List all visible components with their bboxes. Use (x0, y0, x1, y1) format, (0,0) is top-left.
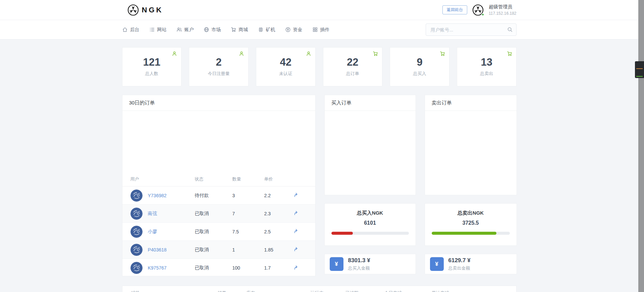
orders-chart-area (122, 111, 315, 172)
main-navbar: 后台 网站 账户 市场 商城 (0, 20, 638, 40)
sell-amount-value: 6129.7 ¥ (448, 257, 471, 264)
search-input[interactable] (426, 23, 517, 36)
table-row: P403618 已取消 1 1.85 (122, 241, 315, 259)
user-link[interactable]: 小廖 (148, 229, 157, 235)
sell-progress-track (432, 232, 510, 235)
list-icon (149, 27, 155, 32)
stat-card-total-sells: 13 总卖出 (457, 47, 517, 86)
plugin-icon (312, 27, 318, 32)
nav-item-backend[interactable]: 后台 (122, 27, 140, 33)
col-status: 状态 (195, 176, 232, 182)
buy-amount-label: 总买入金额 (348, 265, 370, 271)
scrollbar-track[interactable] (638, 0, 644, 292)
stat-card-today-registered: 2 今日注册量 (189, 47, 249, 86)
user-avatar[interactable] (130, 226, 143, 238)
user-avatar[interactable] (130, 208, 143, 220)
nav-item-website[interactable]: 网站 (149, 27, 167, 33)
stat-card-total-buys: 9 总买入 (390, 47, 449, 86)
nav-item-plugins[interactable]: 插件 (312, 27, 330, 33)
orders-30d-panel: 30日的订单 用户 状态 数量 单价 Y736982 待付款 (122, 95, 316, 276)
order-quantity: 7 (232, 211, 264, 216)
total-sell-title: 总卖出NGK (425, 204, 517, 216)
table-row: 南弦 已取消 7 2.3 (122, 205, 315, 223)
stat-label: 今日注册量 (189, 71, 248, 77)
goto-order-icon[interactable] (293, 192, 299, 198)
buy-orders-panel: 买入订单 (324, 95, 416, 195)
orders-panel-title: 30日的订单 (122, 95, 315, 111)
sell-orders-title: 卖出订单 (425, 95, 517, 111)
cart-icon (231, 27, 236, 32)
back-to-front-button[interactable]: 返回前台 (442, 5, 467, 14)
user-icon (306, 51, 311, 56)
globe-icon (204, 27, 209, 32)
online-status-dot (481, 13, 484, 16)
users-icon (176, 27, 182, 32)
user-link[interactable]: Y736982 (148, 193, 167, 198)
nav-item-market[interactable]: 市场 (204, 27, 221, 33)
stats-row: 121 总人数 2 今日注册量 42 未认证 22 总订单 9 总买入 (122, 47, 517, 86)
page: NGK 返回前台 超级管理员 117.152.16.182 (0, 0, 638, 292)
admin-info: 超级管理员 117.152.16.182 (489, 4, 517, 16)
goto-order-icon[interactable] (293, 210, 299, 216)
nav-item-mall[interactable]: 商城 (231, 27, 248, 33)
user-avatar[interactable] (130, 262, 143, 274)
order-price: 2.3 (264, 211, 293, 216)
order-status: 已取消 (195, 247, 232, 253)
order-quantity: 7.5 (232, 229, 264, 234)
orders-table-header: 用户 状态 数量 单价 (122, 172, 315, 187)
search-icon[interactable] (507, 27, 513, 32)
stat-card-unverified: 42 未认证 (256, 47, 316, 86)
total-buy-value: 6101 (325, 220, 416, 226)
cart-icon (440, 51, 445, 56)
avatar[interactable] (472, 4, 484, 16)
ngk-logo-icon (127, 4, 139, 16)
admin-ip: 117.152.16.182 (489, 11, 517, 16)
miner-col-running: 运行中 (311, 290, 324, 292)
order-quantity: 1 (232, 247, 264, 252)
total-buy-ngk-card: 总买入NGK 6101 (324, 203, 416, 246)
sell-amount-card: ¥ 6129.7 ¥ 总卖出金额 (425, 254, 517, 274)
stat-card-total-users: 121 总人数 (122, 47, 182, 86)
col-price: 单价 (264, 176, 293, 182)
home-icon (122, 27, 128, 32)
goto-order-icon[interactable] (293, 228, 299, 234)
user-search (426, 23, 517, 36)
top-header: NGK 返回前台 超级管理员 117.152.16.182 (0, 0, 638, 20)
buy-amount-card: ¥ 8301.3 ¥ 总买入金额 (324, 254, 416, 274)
nav-label: 市场 (212, 27, 221, 33)
table-row: 小廖 已取消 7.5 2.5 (122, 223, 315, 241)
order-price: 2.5 (264, 229, 293, 234)
total-sell-value: 3725.5 (425, 220, 517, 226)
nav-item-accounts[interactable]: 账户 (176, 27, 194, 33)
table-row: Y736982 待付款 3 2.2 (122, 187, 315, 205)
goto-order-icon[interactable] (293, 265, 299, 270)
nav-item-miner[interactable]: 矿机 (258, 27, 275, 33)
col-user: 用户 (130, 176, 195, 182)
coin-icon (285, 27, 291, 32)
goto-order-icon[interactable] (293, 246, 299, 252)
scrollbar-marker-orange (636, 68, 643, 69)
order-price: 1.7 (264, 265, 293, 271)
nav-label: 商城 (239, 27, 248, 33)
cpu-icon (258, 27, 264, 32)
order-status: 已取消 (195, 265, 232, 271)
user-avatar[interactable] (130, 190, 143, 202)
miner-col-expired: 已过期 (345, 290, 359, 292)
col-quantity: 数量 (232, 176, 264, 182)
sell-progress-fill (432, 232, 496, 235)
user-avatar[interactable] (130, 244, 143, 256)
nav-item-funds[interactable]: 资金 (285, 27, 303, 33)
cart-icon (373, 51, 378, 56)
user-link[interactable]: 南弦 (148, 211, 157, 217)
user-link[interactable]: P403618 (148, 247, 167, 252)
miner-table-panel: 矿机 销量 库存 运行中 已过期 今日产矿 累计产矿 (122, 286, 517, 292)
stat-label: 总买入 (390, 71, 449, 77)
buy-amount-value: 8301.3 ¥ (348, 257, 370, 264)
brand-logo: NGK (122, 4, 163, 16)
logo-text: NGK (142, 6, 163, 14)
user-icon (172, 51, 177, 56)
stat-label: 总人数 (122, 71, 181, 77)
scrollbar-thumb[interactable] (635, 61, 644, 78)
sell-amount-label: 总卖出金额 (448, 265, 471, 271)
user-link[interactable]: K975767 (148, 265, 167, 271)
